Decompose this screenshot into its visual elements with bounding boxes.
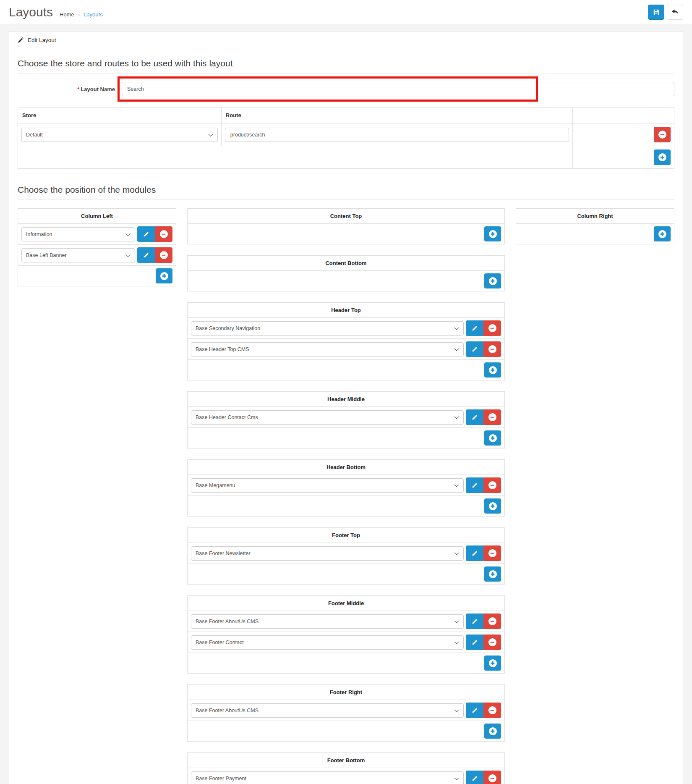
module-row: Base Footer AboutUs CMS xyxy=(188,700,504,721)
module-row: Base Left Banner xyxy=(18,244,176,265)
add-module-row xyxy=(188,223,504,244)
modules-grid: Column Left Information Base Left Banner xyxy=(18,208,674,784)
module-select-wrap: Base Left Banner xyxy=(21,248,135,262)
edit-module-button[interactable] xyxy=(137,247,155,263)
breadcrumb-layouts-link[interactable]: Layouts xyxy=(84,11,103,18)
add-module-button[interactable] xyxy=(484,226,501,241)
module-select-wrap: Base Footer AboutUs CMS xyxy=(191,614,464,629)
add-module-button[interactable] xyxy=(654,226,671,241)
pencil-icon xyxy=(472,414,478,420)
module-actions xyxy=(466,614,501,629)
remove-route-button[interactable] xyxy=(654,127,671,142)
layout-name-input[interactable] xyxy=(122,82,674,96)
remove-module-button[interactable] xyxy=(483,771,501,784)
modules-column-center: Content Top Content Bottom Header Top Ba… xyxy=(187,208,505,784)
save-button[interactable] xyxy=(648,5,664,20)
store-select-wrap: Default xyxy=(21,128,218,142)
edit-module-button[interactable] xyxy=(466,320,483,336)
add-module-button[interactable] xyxy=(484,656,501,671)
module-select[interactable]: Base Secondary Navigation xyxy=(191,321,464,336)
module-actions xyxy=(466,703,501,718)
module-select[interactable]: Base Megamenu xyxy=(191,478,464,493)
remove-module-button[interactable] xyxy=(483,703,501,718)
module-select[interactable]: Base Footer Payment xyxy=(191,771,464,784)
remove-module-button[interactable] xyxy=(155,247,172,263)
edit-module-button[interactable] xyxy=(466,477,483,493)
panel-body: Choose the store and routes to be used w… xyxy=(9,49,683,784)
add-module-button[interactable] xyxy=(156,268,172,283)
position-panel: Header Middle Base Header Contact Cms xyxy=(187,391,505,448)
pencil-icon xyxy=(18,37,24,43)
module-actions xyxy=(466,341,501,357)
plus-circle-icon xyxy=(658,230,666,238)
pencil-icon xyxy=(472,775,478,781)
store-route-row: Default xyxy=(18,123,674,146)
add-module-button[interactable] xyxy=(484,273,501,288)
remove-module-button[interactable] xyxy=(155,226,172,242)
page-header: Layouts Home › Layouts xyxy=(0,0,692,24)
add-module-row xyxy=(188,427,504,448)
edit-module-button[interactable] xyxy=(466,545,483,561)
position-title: Header Middle xyxy=(188,392,504,406)
breadcrumb-home-link[interactable]: Home xyxy=(60,11,74,18)
remove-module-button[interactable] xyxy=(483,635,501,650)
position-panel: Footer Bottom Base Footer Payment xyxy=(187,753,505,784)
add-module-button[interactable] xyxy=(484,498,501,514)
add-module-button[interactable] xyxy=(484,362,501,378)
remove-module-button[interactable] xyxy=(483,614,501,629)
minus-circle-icon xyxy=(160,251,168,259)
store-route-add-row xyxy=(18,146,674,169)
store-routes-table: Store Route Default xyxy=(18,107,674,169)
module-select-wrap: Base Header Top CMS xyxy=(191,342,464,357)
add-module-button[interactable] xyxy=(484,430,501,446)
add-module-row xyxy=(516,223,674,244)
module-select[interactable]: Base Header Top CMS xyxy=(191,342,464,357)
module-row: Information xyxy=(18,223,176,244)
minus-circle-icon xyxy=(658,131,666,139)
remove-module-button[interactable] xyxy=(483,545,501,561)
add-route-button[interactable] xyxy=(654,149,671,165)
position-panel: Column Right xyxy=(516,208,674,244)
pencil-icon xyxy=(472,346,478,352)
layout-name-label-text: Layout Name xyxy=(81,86,115,92)
remove-module-button[interactable] xyxy=(483,341,501,357)
module-row: Base Megamenu xyxy=(188,475,504,496)
edit-module-button[interactable] xyxy=(466,341,483,357)
module-actions xyxy=(137,226,172,242)
edit-module-button[interactable] xyxy=(466,614,483,629)
edit-module-button[interactable] xyxy=(466,703,483,718)
route-input[interactable] xyxy=(225,128,569,142)
add-module-button[interactable] xyxy=(484,566,501,582)
module-row: Base Header Top CMS xyxy=(188,338,504,359)
edit-module-button[interactable] xyxy=(466,409,483,425)
add-module-button[interactable] xyxy=(484,724,501,739)
minus-circle-icon xyxy=(488,549,496,557)
module-select-wrap: Base Megamenu xyxy=(191,478,464,493)
pencil-icon xyxy=(472,550,478,556)
store-select[interactable]: Default xyxy=(21,128,218,142)
module-select[interactable]: Base Footer Contact xyxy=(191,635,464,650)
remove-module-button[interactable] xyxy=(483,477,501,493)
module-select[interactable]: Base Footer AboutUs CMS xyxy=(191,703,464,718)
module-select[interactable]: Information xyxy=(21,227,135,241)
panel-heading-label: Edit Layout xyxy=(28,37,56,43)
edit-module-button[interactable] xyxy=(466,771,483,784)
pencil-icon xyxy=(472,482,478,488)
plus-circle-icon xyxy=(489,727,497,735)
required-asterisk: * xyxy=(77,86,79,92)
store-routes-header-row: Store Route xyxy=(18,108,674,123)
add-module-row xyxy=(188,564,504,584)
module-select[interactable]: Base Header Contact Cms xyxy=(191,410,464,425)
back-button[interactable] xyxy=(667,5,683,20)
remove-module-button[interactable] xyxy=(483,409,501,425)
add-module-row xyxy=(188,721,504,741)
layout-name-input-wrap xyxy=(122,82,674,96)
module-select[interactable]: Base Left Banner xyxy=(21,248,135,262)
position-title: Footer Bottom xyxy=(188,753,504,768)
remove-module-button[interactable] xyxy=(483,320,501,336)
module-select[interactable]: Base Footer AboutUs CMS xyxy=(191,614,464,629)
edit-module-button[interactable] xyxy=(137,226,155,242)
edit-module-button[interactable] xyxy=(466,635,483,650)
module-select[interactable]: Base Footer Newsletter xyxy=(191,546,464,561)
position-title: Column Left xyxy=(18,209,176,223)
